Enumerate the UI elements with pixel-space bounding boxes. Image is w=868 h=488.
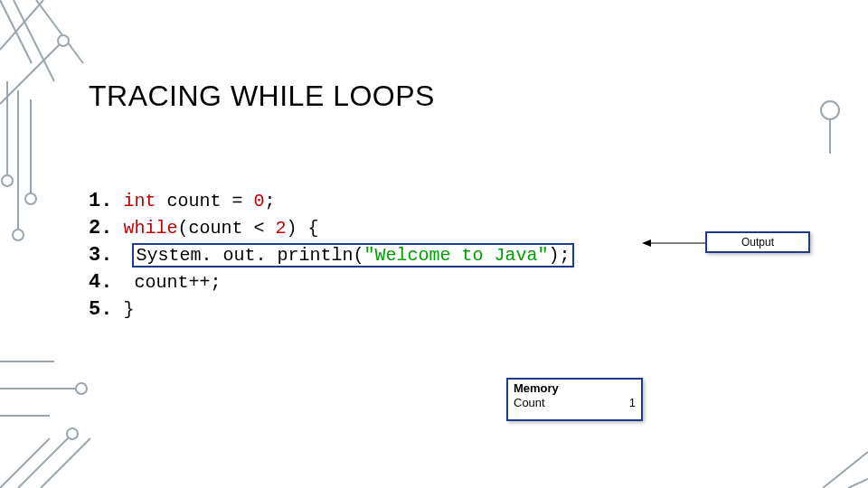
indent	[112, 245, 134, 266]
semicolon: ;	[264, 191, 275, 211]
code-call: System. out. println(	[136, 245, 363, 266]
code-end: );	[549, 245, 571, 266]
indent	[112, 272, 134, 293]
line-number: 2.	[89, 217, 112, 239]
current-line-highlight: System. out. println("Welcome to Java");	[134, 245, 571, 266]
svg-line-19	[41, 438, 90, 488]
literal-two: 2	[275, 218, 286, 239]
code-text: ) {	[286, 218, 318, 239]
arrow-icon	[642, 239, 707, 248]
output-label: Output	[741, 236, 774, 249]
memory-var: Count	[514, 396, 545, 410]
code-block: 1. int count = 0; 2. while(count < 2) { …	[89, 161, 572, 351]
svg-point-14	[76, 383, 87, 394]
code-text: count =	[156, 191, 253, 211]
code-text: (count <	[177, 218, 275, 239]
line-number: 4.	[89, 271, 112, 294]
keyword-while: while	[123, 218, 177, 239]
svg-line-16	[0, 438, 50, 488]
keyword-int: int	[123, 191, 156, 211]
svg-line-0	[0, 0, 32, 63]
memory-title: Memory	[514, 381, 636, 396]
svg-point-18	[67, 428, 78, 439]
line-number: 3.	[89, 244, 112, 267]
line-number: 5.	[89, 298, 112, 321]
svg-line-2	[36, 0, 83, 63]
svg-marker-25	[642, 239, 651, 247]
svg-line-23	[848, 479, 868, 488]
code-statement: count++;	[134, 272, 221, 293]
svg-point-7	[2, 175, 13, 186]
output-box: Output	[705, 231, 810, 253]
svg-point-20	[821, 101, 839, 119]
string-literal: "Welcome to Java"	[363, 245, 548, 266]
svg-point-11	[25, 193, 36, 204]
memory-box: Memory Count 1	[506, 378, 643, 421]
svg-point-9	[13, 230, 24, 240]
memory-value: 1	[629, 396, 636, 410]
line-number: 1.	[89, 190, 112, 212]
slide-title: TRACING WHILE LOOPS	[89, 80, 435, 113]
svg-line-22	[823, 452, 868, 488]
svg-line-17	[18, 434, 72, 488]
slide: TRACING WHILE LOOPS 1. int count = 0; 2.…	[0, 0, 868, 488]
svg-point-5	[58, 35, 69, 46]
memory-row: Count 1	[514, 396, 636, 410]
svg-line-4	[0, 41, 63, 104]
svg-line-1	[14, 0, 54, 81]
close-brace: }	[123, 299, 134, 320]
svg-line-3	[0, 0, 43, 50]
literal-zero: 0	[253, 191, 264, 211]
